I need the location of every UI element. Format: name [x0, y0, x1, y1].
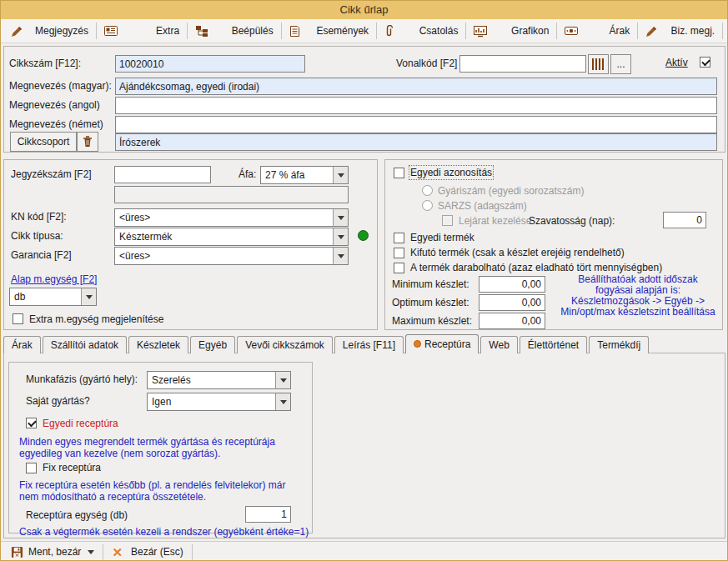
chevron-down-icon[interactable] [333, 167, 348, 183]
details-left-panel: Jegyzékszám [F2] Áfa: 27 % áfa KN kód [F… [3, 159, 378, 330]
egyedi-receptura-checkbox[interactable] [26, 418, 37, 428]
toolbar-extra-button[interactable]: Extra [98, 22, 186, 41]
barcode-icon [592, 58, 605, 70]
cikkszam-input[interactable] [115, 55, 305, 73]
cikkcsoport-value-input[interactable] [115, 133, 717, 151]
kifuto-checkbox[interactable] [394, 248, 404, 258]
munkafazis-combo[interactable]: Szerelés [147, 371, 291, 389]
chevron-down-icon[interactable] [81, 288, 96, 305]
close-button[interactable]: ✕ Bezár (Esc) [105, 543, 189, 561]
tab-web[interactable]: Web [480, 336, 517, 353]
tree-icon [195, 25, 208, 38]
vonalkod-label: Vonalkód [F2] [396, 58, 457, 69]
megnevezes-hu-input[interactable] [115, 78, 717, 95]
tab-arak[interactable]: Árak [3, 336, 41, 353]
garancia-combo[interactable]: <üres> [114, 247, 349, 265]
chevron-down-icon[interactable] [275, 372, 290, 388]
toolbar-separator [281, 23, 282, 39]
toolbar-megjegyzes-button[interactable]: Megjegyzés [4, 22, 95, 41]
darabolhato-checkbox[interactable] [394, 263, 404, 273]
receptura-egyseg-input[interactable] [245, 506, 291, 523]
alap-megyseg-combo[interactable]: db [9, 288, 97, 306]
jegyzekszam-input[interactable] [114, 166, 211, 183]
kn-kod-combo[interactable]: <üres> [114, 208, 349, 227]
tab-bar: Árak Szállítói adatok Készletek Egyéb Ve… [3, 334, 650, 353]
cikkszam-label: Cikkszám [F12]: [9, 58, 81, 69]
status-green-dot [358, 230, 369, 241]
tab-termekdij[interactable]: Termékdíj [589, 336, 649, 353]
tab-szallitoi-adatok[interactable]: Szállítói adatok [43, 336, 127, 353]
egyedi-receptura-label: Egyedi receptúra [43, 418, 118, 429]
gyariszam-radio[interactable] [422, 185, 433, 196]
egyedi-azonositas-checkbox[interactable] [394, 168, 404, 178]
toolbar-separator [376, 23, 377, 39]
sajat-gyartas-combo[interactable]: Igen [147, 393, 291, 411]
toolbar-separator [637, 23, 638, 39]
toolbar-grafikon-button[interactable]: Grafikon [467, 22, 555, 41]
szavatossag-label: Szavatosság (nap): [529, 215, 615, 227]
megnevezes-en-label: Megnevezés (angol) [9, 99, 100, 111]
details-right-panel: Egyedi azonosítás Gyáriszám (egyedi soro… [384, 159, 723, 330]
toolbar-beepules-button[interactable]: Beépülés [188, 22, 280, 41]
szavatossag-input[interactable] [663, 212, 706, 228]
cikk-tipusa-combo[interactable]: Késztermék [114, 228, 349, 246]
pencil-icon [645, 25, 658, 38]
kn-kod-label: KN kód [F2]: [11, 211, 67, 223]
minimum-keszlet-input[interactable] [479, 276, 545, 293]
tab-vevoi-cikkszamok[interactable]: Vevői cikkszámok [237, 336, 333, 353]
chevron-down-icon[interactable] [333, 228, 348, 245]
maximum-keszlet-label: Maximum készlet: [392, 315, 472, 327]
egyedi-termek-checkbox[interactable] [394, 233, 404, 243]
save-close-button[interactable]: Ment, bezár [4, 543, 101, 561]
alap-megyseg-link[interactable]: Alap m.egység [F2] [11, 273, 97, 285]
megnevezes-de-input[interactable] [115, 116, 717, 133]
tab-keszletek[interactable]: Készletek [128, 336, 188, 353]
money-icon [565, 26, 578, 36]
tab-elettortenet[interactable]: Élettörténet [520, 336, 587, 353]
toolbar-biz-megj-button[interactable]: Biz. megj. [639, 22, 721, 41]
chart-icon [474, 25, 487, 38]
optimum-keszlet-label: Optimum készlet: [392, 297, 469, 308]
chevron-down-icon[interactable] [333, 248, 348, 264]
close-x-icon: ✕ [112, 546, 123, 558]
vonalkod-input[interactable] [459, 55, 586, 73]
barcode-button[interactable] [588, 54, 609, 74]
afa-combo[interactable]: 27 % áfa [260, 166, 349, 184]
chevron-down-icon[interactable] [275, 393, 290, 410]
megnevezes-de-label: Megnevezés (német) [9, 118, 103, 130]
toolbar-arak-button[interactable]: Árak [558, 22, 636, 41]
egyedi-receptura-hint: Minden egyes megrendelt termék gyártása … [19, 436, 307, 459]
pencil-icon [11, 25, 23, 38]
save-icon [11, 546, 23, 558]
main-toolbar: Megjegyzés Extra Beépülés Események Csat… [1, 19, 727, 43]
garancia-label: Garancia [F2] [11, 249, 72, 261]
header-form-panel: Cikkszám [F12]: Vonalkód [F2] ... Aktív … [3, 46, 725, 153]
jegyzekszam-name-field [114, 186, 349, 203]
receptura-egyseg-hint: Csak a végtermék esetén kezeli a rendsze… [19, 526, 311, 538]
extra-megyseg-checkbox[interactable] [13, 313, 23, 324]
tab-receptura[interactable]: Receptúra [405, 334, 479, 353]
receptura-left-group: Munkafázis (gyártó hely): Szerelés Saját… [8, 362, 313, 533]
tab-egyeb[interactable]: Egyéb [190, 336, 235, 353]
chevron-down-icon[interactable] [333, 209, 348, 226]
tab-leiras[interactable]: Leírás [F11] [334, 336, 404, 353]
jegyzekszam-label: Jegyzékszám [F2] [11, 168, 92, 180]
toolbar-separator [722, 23, 723, 39]
egyedi-termek-label: Egyedi termék [410, 232, 474, 243]
optimum-keszlet-input[interactable] [479, 294, 545, 311]
toolbar-csatolas-button[interactable]: Csatolás [378, 22, 464, 41]
trash-icon [83, 136, 93, 148]
aktiv-checkbox[interactable] [700, 57, 710, 68]
barcode-more-button[interactable]: ... [610, 54, 631, 74]
lejarat-checkbox[interactable] [442, 215, 453, 226]
toolbar-esemenyek-button[interactable]: Események [283, 22, 375, 41]
munkafazis-label: Munkafázis (gyártó hely): [26, 373, 138, 385]
maximum-keszlet-input[interactable] [479, 313, 545, 329]
extra-megyseg-label: Extra m.egység megjelenítése [29, 313, 163, 325]
cikkcsoport-clear-button[interactable] [77, 132, 98, 152]
fix-receptura-checkbox[interactable] [26, 463, 37, 473]
sarzs-radio[interactable] [422, 200, 433, 211]
cikkcsoport-button[interactable]: Cikkcsoport [10, 132, 77, 152]
megnevezes-en-input[interactable] [115, 97, 717, 114]
megnevezes-hu-label: Megnevezés (magyar): [9, 80, 112, 92]
